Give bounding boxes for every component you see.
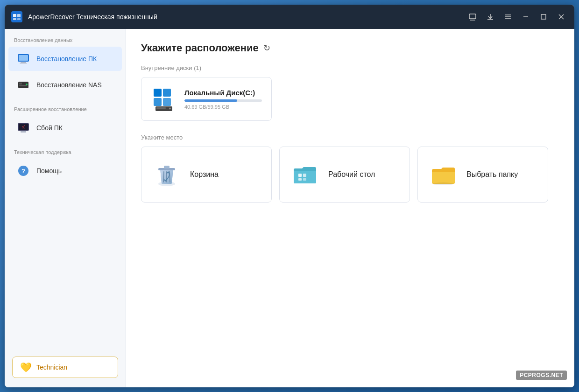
locations-section: Укажите место — [141, 134, 559, 203]
close-button[interactable] — [554, 9, 569, 24]
svg-point-36 — [169, 108, 171, 110]
location-card-choose-folder[interactable]: Выбрать папку — [417, 147, 548, 203]
pc-crash-label: Сбой ПК — [36, 124, 63, 132]
svg-rect-44 — [303, 174, 306, 177]
drives-row: Локальный Диск(C:) 40.69 GB/59.95 GB — [141, 77, 559, 121]
help-icon: ? — [16, 163, 31, 178]
title-bar: ApowerRecover Техническая пожизненный — [5, 5, 574, 29]
drive-progress-bar — [184, 99, 262, 102]
sidebar-item-help[interactable]: ? Помощь — [8, 159, 122, 183]
window-controls — [465, 9, 569, 24]
svg-rect-13 — [541, 14, 546, 19]
pc-crash-icon: :( — [16, 120, 31, 135]
folder-icon — [429, 161, 457, 189]
nas-recovery-label: Восстановление NAS — [36, 81, 102, 89]
svg-rect-0 — [11, 11, 22, 22]
pc-recovery-icon — [16, 51, 31, 66]
download-button[interactable] — [483, 9, 498, 24]
svg-rect-17 — [19, 55, 28, 61]
sidebar-item-nas-recovery[interactable]: Восстановление NAS — [8, 73, 122, 97]
drive-size: 40.69 GB/59.95 GB — [184, 104, 262, 110]
drive-name: Локальный Диск(C:) — [184, 89, 262, 97]
content-area: Укажите расположение ↻ Внутренние диски … — [126, 29, 574, 387]
drive-info: Локальный Диск(C:) 40.69 GB/59.95 GB — [184, 89, 262, 110]
svg-point-22 — [26, 84, 28, 85]
svg-rect-45 — [298, 178, 302, 181]
svg-line-40 — [163, 172, 164, 182]
svg-rect-31 — [163, 89, 171, 97]
content-header: Укажите расположение ↻ — [141, 42, 559, 54]
drive-card-c[interactable]: Локальный Диск(C:) 40.69 GB/59.95 GB — [141, 77, 272, 121]
svg-rect-1 — [13, 14, 16, 17]
sidebar-item-pc-recovery[interactable]: Восстановление ПК — [8, 47, 122, 71]
nas-recovery-icon — [16, 77, 31, 92]
svg-rect-33 — [163, 98, 171, 106]
svg-text::(: :( — [22, 125, 25, 129]
sidebar-item-pc-crash[interactable]: :( Сбой ПК — [8, 116, 122, 140]
svg-rect-4 — [17, 18, 21, 20]
desktop-icon — [291, 161, 319, 189]
svg-rect-21 — [19, 83, 22, 84]
svg-rect-39 — [164, 166, 169, 168]
internal-disks-section: Внутренние диски (1) — [141, 64, 559, 121]
location-card-desktop[interactable]: Рабочий стол — [279, 147, 410, 203]
refresh-icon[interactable]: ↻ — [263, 43, 270, 53]
svg-rect-32 — [154, 98, 162, 106]
specify-place-label: Укажите место — [141, 134, 559, 141]
svg-text:?: ? — [21, 168, 25, 175]
svg-point-47 — [433, 182, 453, 185]
svg-rect-46 — [303, 178, 306, 181]
svg-rect-3 — [13, 18, 16, 20]
data-recovery-section-label: Восстановление данных — [5, 29, 126, 46]
choose-folder-label: Выбрать папку — [466, 170, 518, 179]
desktop-label: Рабочий стол — [328, 170, 375, 179]
svg-rect-2 — [17, 14, 21, 17]
menu-button[interactable] — [501, 9, 515, 24]
technician-icon: 💛 — [20, 362, 32, 373]
technician-label: Technician — [36, 364, 67, 371]
internal-disks-label: Внутренние диски (1) — [141, 64, 559, 71]
svg-rect-30 — [154, 89, 162, 97]
svg-rect-35 — [156, 107, 166, 109]
locations-row: Корзина — [141, 147, 559, 203]
subtitle-button[interactable] — [465, 9, 480, 24]
recycle-bin-icon — [153, 161, 181, 189]
svg-rect-23 — [19, 85, 27, 86]
pc-recovery-label: Восстановление ПК — [36, 55, 97, 63]
location-card-recycle-bin[interactable]: Корзина — [141, 147, 272, 203]
svg-rect-19 — [20, 63, 27, 64]
help-label: Помощь — [36, 167, 62, 175]
sidebar: Восстановление данных Восстановление ПК — [5, 29, 126, 387]
app-logo — [10, 10, 23, 23]
advanced-recovery-section-label: Расширенное восстановление — [5, 98, 126, 115]
maximize-button[interactable] — [536, 9, 551, 24]
tech-support-section-label: Техническая поддержка — [5, 141, 126, 158]
minimize-button[interactable] — [518, 9, 533, 24]
svg-rect-43 — [298, 174, 302, 177]
drive-progress-fill — [184, 99, 237, 102]
app-title: ApowerRecover Техническая пожизненный — [28, 13, 465, 21]
page-title: Укажите расположение — [141, 42, 259, 54]
recycle-bin-label: Корзина — [190, 170, 219, 179]
svg-rect-27 — [21, 131, 26, 133]
svg-rect-5 — [469, 14, 476, 19]
technician-button[interactable]: 💛 Technician — [12, 357, 118, 378]
drive-icon — [151, 86, 177, 112]
